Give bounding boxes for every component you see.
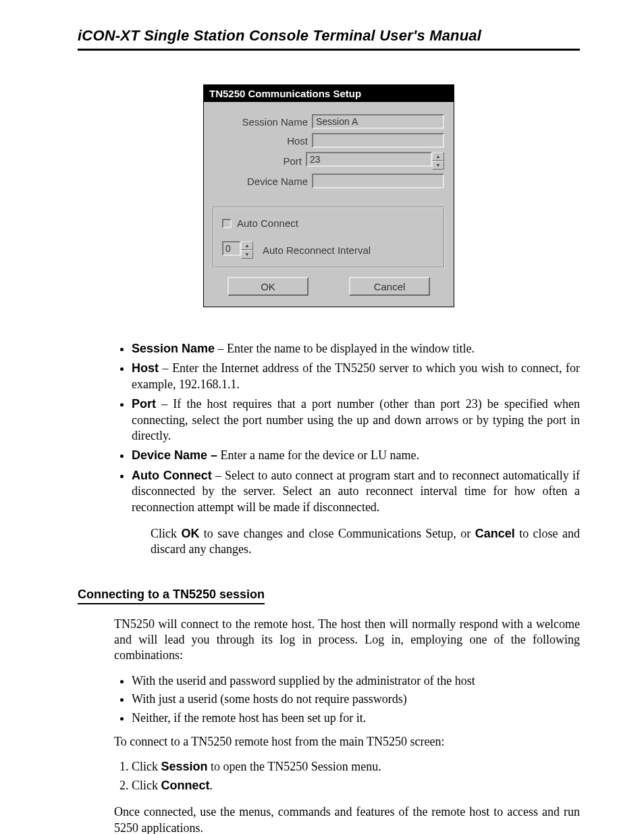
dialog-form: Session Name Host Port ▲ ▼ [204,102,454,195]
connecting-outro: Once connected, use the menus, commands … [114,804,580,834]
list-item: With just a userid (some hosts do not re… [132,692,580,707]
list-item: With the userid and password supplied by… [132,673,580,689]
label-port: Port [213,155,306,167]
connect-steps-intro: To connect to a TN5250 remote host from … [114,734,580,750]
auto-connect-checkbox[interactable] [222,219,232,228]
term: Port [132,397,156,411]
list-item: Device Name – Enter a name for the devic… [132,448,580,463]
term: Auto Connect [132,469,212,482]
section-heading-connecting: Connecting to a TN5250 session [78,588,265,604]
ok-cancel-para: Click OK to save changes and close Commu… [114,526,580,558]
device-name-input[interactable] [312,174,444,188]
auto-reconnect-interval-input[interactable] [222,241,241,256]
list-item: Port – If the host requires that a port … [132,396,580,444]
term: Host [132,361,159,375]
term: Device Name – [132,448,217,462]
list-item: Neither, if the remote host has been set… [132,710,580,726]
port-spin-down-icon[interactable]: ▼ [432,161,444,170]
dialog-titlebar: TN5250 Communications Setup [204,85,454,102]
step-item: Click Session to open the TN5250 Session… [132,759,580,775]
port-input[interactable] [306,152,432,167]
list-item: Auto Connect – Select to auto connect at… [132,468,580,515]
cancel-button[interactable]: Cancel [349,277,430,296]
term: Session Name [132,342,215,355]
connecting-intro: TN5250 will connect to the remote host. … [114,617,580,664]
body-text-block-1: Session Name – Enter the name to be disp… [114,341,580,558]
interval-spin-up-icon[interactable]: ▲ [241,241,253,250]
list-item: Host – Enter the Internet address of the… [132,361,580,392]
label-session-name: Session Name [213,116,312,128]
port-spin-up-icon[interactable]: ▲ [432,152,444,161]
auto-connect-label: Auto Connect [237,217,298,229]
list-item: Session Name – Enter the name to be disp… [132,341,580,357]
auto-reconnect-interval-label: Auto Reconnect Interval [263,244,371,256]
label-device-name: Device Name [213,176,312,187]
interval-spin-down-icon[interactable]: ▼ [241,250,253,259]
dialog-tn5250-setup: TN5250 Communications Setup Session Name… [203,84,454,307]
label-host: Host [213,135,312,147]
session-name-input[interactable] [312,114,444,129]
host-input[interactable] [312,133,444,148]
auto-connect-group: Auto Connect ▲ ▼ Auto Reconnect Interval [213,207,444,267]
body-text-block-2: TN5250 will connect to the remote host. … [114,617,580,834]
step-item: Click Connect. [132,778,580,793]
ok-button[interactable]: OK [227,277,308,296]
page-header-title: iCON-XT Single Station Console Terminal … [78,27,580,51]
